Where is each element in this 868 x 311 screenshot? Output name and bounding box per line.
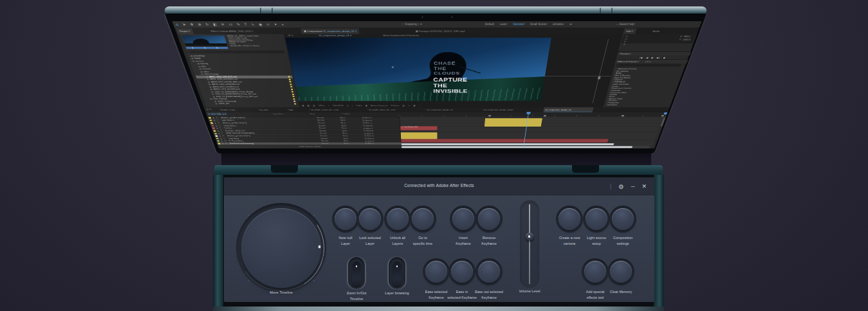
laptop-screen: ⌂➤✥⊕↻◧✛▭✎T∿◉▱✦⌖ ⬚ Snapping ⌇ ✕ DefaultLe… (163, 13, 708, 154)
move-timeline-dial[interactable] (236, 203, 326, 293)
settings-gear-icon[interactable]: ⚙ (618, 183, 624, 190)
screenpad-app: Connected with Adobe After Effects | ⚙ ─… (224, 177, 654, 302)
close-icon[interactable]: ✕ (642, 183, 647, 190)
volume-slider[interactable] (515, 200, 544, 294)
laptop-deck: Connected with Adobe After Effects | ⚙ ─… (213, 175, 664, 311)
knob-label: Composition settings (601, 235, 645, 246)
volume-thumb[interactable] (526, 233, 533, 240)
knob-label: Ease out selected Keyframe (467, 289, 511, 300)
deck-front-edge (213, 307, 664, 311)
knob-label: Go to specific time (401, 235, 445, 246)
connection-status: Connected with Adobe After Effects (224, 183, 654, 188)
knob-label: Clear Memory (599, 289, 643, 295)
after-effects-ui: ⌂➤✥⊕↻◧✛▭✎T∿◉▱✦⌖ ⬚ Snapping ⌇ ✕ DefaultLe… (172, 21, 701, 148)
volume-label: Volume Level (510, 289, 549, 293)
toggle-label: Zoom In/Out Timeline (335, 290, 378, 301)
separator: | (610, 183, 611, 190)
screenpad-header: Connected with Adobe After Effects | ⚙ ─… (224, 177, 654, 195)
hinge-cutout (572, 165, 599, 173)
hinge-cutout (271, 165, 298, 173)
dial-label: Move Timeline (243, 290, 320, 294)
toggle-label: Layer browsing (375, 290, 419, 296)
knob-label: Remove Keyframe (467, 235, 511, 246)
minimize-icon[interactable]: ─ (631, 184, 635, 190)
scene: ⌂➤✥⊕↻◧✛▭✎T∿◉▱✦⌖ ⬚ Snapping ⌇ ✕ DefaultLe… (0, 0, 868, 311)
